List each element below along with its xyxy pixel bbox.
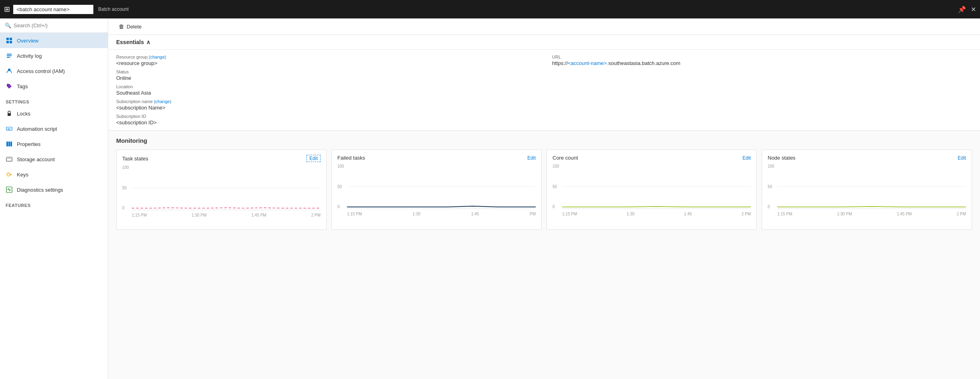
svg-rect-0 — [6, 38, 9, 40]
activity-log-icon — [6, 52, 13, 59]
chart-plot — [562, 164, 751, 209]
chevron-up-icon[interactable]: ∧ — [146, 39, 150, 45]
failed-tasks-header: Failed tasks Edit — [337, 155, 536, 161]
settings-section-label: SETTINGS — [0, 94, 108, 106]
search-input[interactable] — [14, 22, 103, 28]
resource-group-label: Resource group — [116, 55, 147, 59]
svg-rect-8 — [8, 113, 11, 116]
sidebar-item-label-properties: Properties — [17, 141, 40, 147]
core-count-header: Core count Edit — [553, 155, 751, 161]
svg-point-15 — [7, 173, 10, 176]
delete-icon: 🗑 — [119, 23, 124, 30]
location-value: Southeast Asia — [116, 90, 536, 96]
delete-button[interactable]: 🗑 Delete — [116, 22, 144, 31]
resource-group-value: <resource group> — [116, 60, 536, 66]
failed-tasks-edit-link[interactable]: Edit — [527, 155, 536, 161]
sidebar: 🔍 Overview Activity log Access control (… — [0, 18, 108, 379]
task-states-title: Task states — [122, 156, 148, 162]
svg-rect-4 — [7, 54, 12, 55]
sidebar-item-label-iam: Access control (IAM) — [17, 68, 65, 74]
svg-rect-12 — [10, 142, 12, 146]
task-states-card: Task states Edit 100 50 0 — [116, 150, 327, 230]
node-states-edit-link[interactable]: Edit — [958, 155, 966, 161]
subscription-id-value: <subscription ID> — [116, 120, 536, 126]
svg-rect-6 — [7, 57, 10, 58]
chart-y-labels: 100 50 0 — [553, 164, 559, 216]
failed-tasks-card: Failed tasks Edit 100 50 0 — [331, 150, 542, 230]
subscription-id-label: Subscription ID — [116, 114, 536, 119]
subscription-name-label: Subscription name — [116, 99, 153, 104]
topbar-right: 📌 ✕ — [958, 6, 976, 13]
sidebar-item-automation[interactable]: Automation script — [0, 121, 108, 136]
topbar-subtitle: Batch account — [98, 6, 129, 12]
url-account: <account-name>. — [568, 60, 608, 66]
chart-x-labels: 1:15 PM 1:30 PM 1:45 PM 2 PM — [132, 213, 321, 217]
status-label: Status — [116, 69, 536, 74]
node-states-card: Node states Edit 100 50 0 — [762, 150, 972, 230]
node-states-header: Node states Edit — [768, 155, 966, 161]
sidebar-item-diagnostics[interactable]: Diagnostics settings — [0, 182, 108, 197]
properties-icon — [6, 140, 13, 148]
task-states-edit-link[interactable]: Edit — [307, 155, 321, 162]
failed-tasks-title: Failed tasks — [337, 155, 365, 161]
chart-x-labels: 1:15 PM 1:30 PM 1:45 PM 2 PM — [777, 212, 966, 216]
monitoring-cards: Task states Edit 100 50 0 — [116, 150, 972, 230]
url-field: URL https://<account-name>.southeastasia… — [552, 55, 972, 66]
location-label: Location — [116, 84, 536, 89]
chart-x-labels: 1:15 PM 1:30 1:45 PM — [347, 212, 536, 216]
essentials-right-col: URL https://<account-name>.southeastasia… — [552, 55, 972, 126]
sidebar-item-activity-log[interactable]: Activity log — [0, 48, 108, 63]
chart-y-labels: 100 50 0 — [768, 164, 774, 216]
chart-x-labels: 1:15 PM 1:30 1:45 2 PM — [562, 212, 751, 216]
sidebar-search-container: 🔍 — [0, 18, 108, 33]
monitoring-title: Monitoring — [116, 137, 972, 144]
sidebar-item-label-storage: Storage account — [17, 156, 55, 162]
batch-account-name-input[interactable] — [13, 5, 93, 14]
sidebar-item-locks[interactable]: Locks — [0, 106, 108, 121]
automation-icon — [6, 125, 13, 132]
sidebar-item-storage-account[interactable]: Storage account — [0, 152, 108, 167]
essentials-header: Essentials ∧ — [108, 35, 980, 50]
node-states-chart: 100 50 0 1:15 PM 1:30 PM — [768, 164, 966, 216]
pin-icon[interactable]: 📌 — [958, 6, 966, 13]
monitoring-section: Monitoring Task states Edit 100 50 0 — [108, 131, 980, 236]
svg-rect-2 — [6, 41, 9, 43]
url-suffix: southeastasia.batch.azure.com — [608, 60, 680, 66]
essentials-left-col: Resource group (change) <resource group>… — [116, 55, 536, 126]
status-value: Online — [116, 75, 536, 81]
svg-rect-5 — [7, 55, 12, 56]
sidebar-item-iam[interactable]: Access control (IAM) — [0, 63, 108, 79]
chart-plot — [347, 164, 536, 209]
essentials-section: Essentials ∧ Resource group (change) <re… — [108, 35, 980, 131]
resource-group-field: Resource group (change) <resource group> — [116, 55, 536, 66]
url-value: https://<account-name>.southeastasia.bat… — [552, 60, 972, 66]
subscription-name-value: <subscription Name> — [116, 105, 536, 111]
sidebar-item-overview[interactable]: Overview — [0, 33, 108, 48]
sidebar-item-label-tags: Tags — [17, 83, 28, 89]
svg-rect-14 — [6, 157, 12, 159]
search-icon: 🔍 — [5, 22, 11, 28]
toolbar: 🗑 Delete — [108, 18, 980, 35]
subscription-id-field: Subscription ID <subscription ID> — [116, 114, 536, 126]
chart-plot — [777, 164, 966, 209]
subscription-name-change-link[interactable]: (change) — [154, 99, 171, 104]
svg-rect-3 — [10, 41, 12, 43]
features-section-label: FEATURES — [0, 197, 108, 209]
node-states-title: Node states — [768, 155, 795, 161]
core-count-edit-link[interactable]: Edit — [742, 155, 751, 161]
sidebar-item-tags[interactable]: Tags — [0, 79, 108, 94]
close-icon[interactable]: ✕ — [971, 6, 976, 13]
sidebar-item-label-automation: Automation script — [17, 126, 57, 132]
essentials-body: Resource group (change) <resource group>… — [108, 50, 980, 130]
svg-rect-11 — [8, 142, 10, 146]
sidebar-item-label-activity-log: Activity log — [17, 53, 42, 59]
failed-tasks-chart: 100 50 0 1:15 PM 1:30 — [337, 164, 536, 216]
essentials-title: Essentials — [116, 39, 144, 45]
keys-icon — [6, 171, 13, 178]
status-field: Status Online — [116, 69, 536, 81]
sidebar-item-properties[interactable]: Properties — [0, 136, 108, 152]
sidebar-item-keys[interactable]: Keys — [0, 167, 108, 182]
resource-group-change-link[interactable]: (change) — [149, 55, 166, 59]
sidebar-item-label-diagnostics: Diagnostics settings — [17, 187, 63, 193]
locks-icon — [6, 110, 13, 117]
